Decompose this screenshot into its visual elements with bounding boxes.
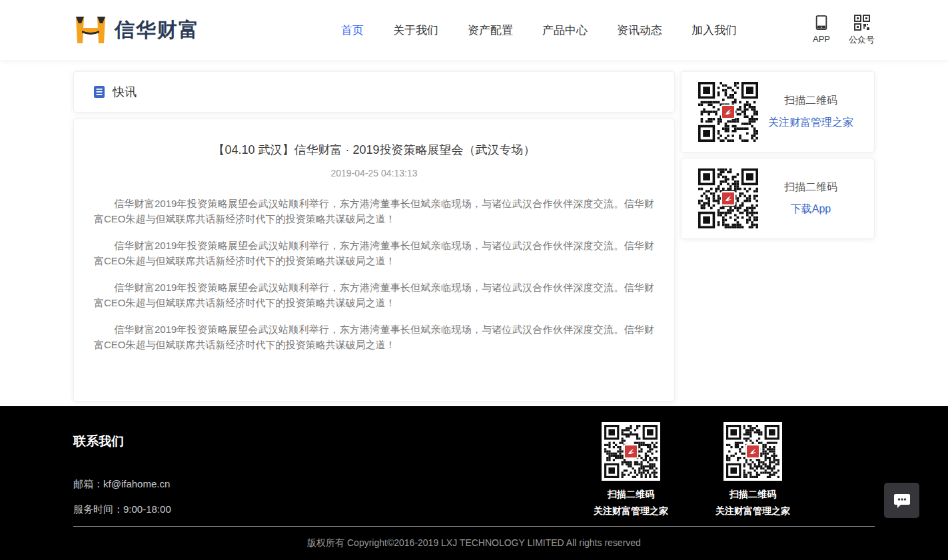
nav-item-about[interactable]: 关于我们 xyxy=(393,23,438,38)
nav-item-home[interactable]: 首页 xyxy=(341,23,364,38)
brand-logo[interactable]: 信华财富 xyxy=(73,14,200,46)
news-flash-card: 快讯 xyxy=(73,71,675,113)
article-body: 信华财富2019年投资策略展望会武汉站顺利举行，东方港湾董事长但斌亲临现场，与诸… xyxy=(94,196,654,352)
follow-wealth-home-label: 关注财富管理之家 xyxy=(715,505,790,517)
footer-qr-right: 扫描二维码 关注财富管理之家 xyxy=(715,422,790,517)
article-paragraph: 信华财富2019年投资策略展望会武汉站顺利举行，东方港湾董事长但斌亲临现场，与诸… xyxy=(94,238,654,268)
main-content: 快讯 【04.10 武汉】信华财富 · 2019投资策略展望会（武汉专场） 20… xyxy=(73,60,875,402)
brand-logo-icon xyxy=(73,14,108,46)
scan-qr-label: 扫描二维码 xyxy=(758,180,863,194)
article-date: 2019-04-25 04:13:13 xyxy=(94,168,654,178)
footer-qr-left: 扫描二维码 关注财富管理之家 xyxy=(594,422,668,517)
official-account-label: 公众号 xyxy=(849,34,875,46)
qr-center-logo xyxy=(624,444,638,459)
document-icon xyxy=(93,85,106,99)
qr-code-follow xyxy=(698,82,758,142)
article-paragraph: 信华财富2019年投资策略展望会武汉站顺利举行，东方港湾董事长但斌亲临现场，与诸… xyxy=(94,280,654,310)
article-title: 【04.10 武汉】信华财富 · 2019投资策略展望会（武汉专场） xyxy=(94,142,654,158)
follow-qr-card: 扫描二维码 关注财富管理之家 xyxy=(681,71,875,152)
header-actions: APP 公众号 xyxy=(813,14,875,46)
brand-name: 信华财富 xyxy=(115,17,200,44)
footer-qr-group: 扫描二维码 关注财富管理之家 扫描二维码 关注财富管理之家 xyxy=(594,422,790,517)
scan-qr-label: 扫描二维码 xyxy=(758,94,863,108)
official-account-button[interactable]: 公众号 xyxy=(849,14,875,46)
scan-qr-label: 扫描二维码 xyxy=(608,489,654,501)
download-app-link[interactable]: 下载App xyxy=(758,202,863,216)
app-label: APP xyxy=(813,34,830,44)
article-paragraph: 信华财富2019年投资策略展望会武汉站顺利举行，东方港湾董事长但斌亲临现场，与诸… xyxy=(94,196,654,226)
qr-center-logo xyxy=(721,105,735,119)
article-paragraph: 信华财富2019年投资策略展望会武汉站顺利举行，东方港湾董事长但斌亲临现场，与诸… xyxy=(94,322,654,352)
phone-icon xyxy=(813,14,830,31)
qr-code-download xyxy=(698,168,758,228)
follow-wealth-home-label: 关注财富管理之家 xyxy=(594,505,668,517)
nav-item-asset-allocation[interactable]: 资产配置 xyxy=(468,23,513,38)
site-footer: 联系我们 邮箱：kf@ifahome.cn 服务时间：9:00-18:00 扫描… xyxy=(0,406,948,560)
app-download-button[interactable]: APP xyxy=(813,14,830,46)
follow-wealth-home-link[interactable]: 关注财富管理之家 xyxy=(758,116,863,130)
chat-bubble-icon xyxy=(892,491,912,511)
copyright-text: 版权所有 Copyright©2016-2019 LXJ TECHNOLOGY … xyxy=(73,537,875,549)
scan-qr-label: 扫描二维码 xyxy=(729,489,776,501)
footer-divider xyxy=(73,526,875,527)
site-header: 信华财富 首页 关于我们 资产配置 产品中心 资讯动态 加入我们 APP xyxy=(0,0,948,60)
nav-item-join-us[interactable]: 加入我们 xyxy=(692,23,737,38)
nav-item-news[interactable]: 资讯动态 xyxy=(617,23,662,38)
download-app-qr-card: 扫描二维码 下载App xyxy=(681,158,875,239)
news-flash-title: 快讯 xyxy=(113,84,137,100)
article-card: 【04.10 武汉】信华财富 · 2019投资策略展望会（武汉专场） 2019-… xyxy=(73,119,675,402)
qr-center-logo xyxy=(721,191,735,206)
main-nav: 首页 关于我们 资产配置 产品中心 资讯动态 加入我们 xyxy=(341,23,737,38)
nav-item-products[interactable]: 产品中心 xyxy=(542,23,588,38)
qr-code-icon xyxy=(853,14,871,31)
qr-center-logo xyxy=(745,444,760,459)
chat-widget-button[interactable] xyxy=(884,483,919,518)
